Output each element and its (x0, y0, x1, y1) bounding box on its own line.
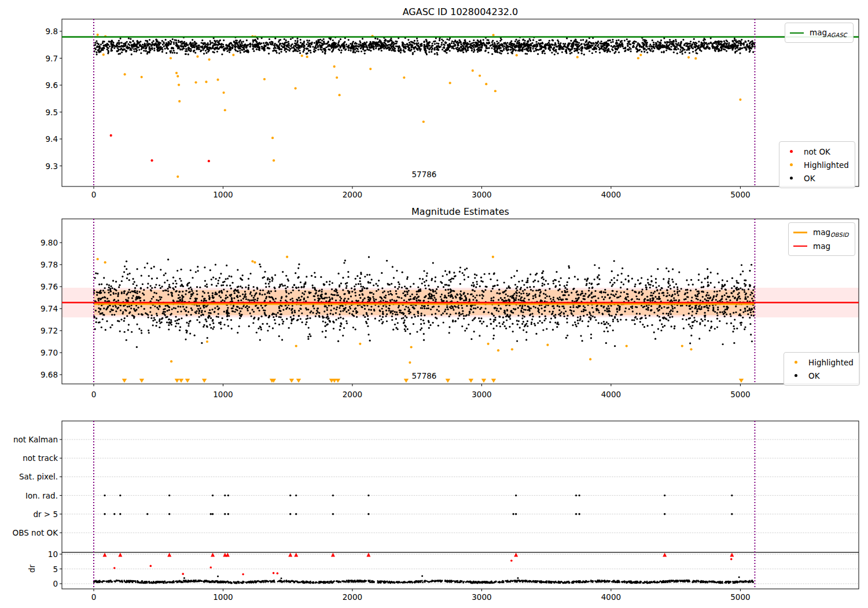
category-tick-label: OBS not OK (5, 528, 58, 538)
legend-row-ok2: OK (789, 369, 854, 382)
x-tick-label: 1000 (200, 389, 246, 400)
x-tick-label: 5000 (717, 189, 763, 200)
highlighted2-dot-swatch (789, 361, 803, 364)
panel2-line-legend: magOBSID mag (788, 222, 855, 256)
legend-row-mag: mag (793, 239, 849, 252)
category-tick-label: dr > 5 (5, 509, 58, 519)
x-tick-label: 4000 (588, 592, 634, 602)
x-tick-label: 5000 (717, 389, 763, 400)
legend-label-highlighted: Highlighted (804, 160, 849, 170)
legend-label-highlighted2: Highlighted (808, 358, 854, 367)
panel1-line-legend: magAGASC (785, 23, 854, 43)
y-tick-label: 9.80 (16, 237, 58, 248)
x-tick-label: 4000 (588, 389, 634, 400)
mag-line-swatch (793, 246, 807, 247)
legend-label-mag-obsid: magOBSID (813, 228, 849, 238)
x-tick-label: 2000 (329, 592, 376, 602)
legend-label-mag: mag (813, 241, 830, 251)
mag-obsid-line-swatch (793, 232, 807, 233)
y-tick-label: 9.7 (16, 53, 58, 64)
legend-row-highlighted: Highlighted (784, 158, 849, 171)
legend-row-mag-agasc: magAGASC (790, 26, 847, 39)
legend-row-mag-obsid: magOBSID (793, 226, 849, 239)
panel1-title: AGASC ID 1028004232.0 (62, 6, 859, 17)
y-tick-label: 9.76 (16, 281, 58, 292)
category-tick-label: Sat. pixel. (5, 471, 58, 482)
panel1-obsid-annotation: 57786 (398, 170, 450, 179)
x-tick-label: 3000 (458, 389, 505, 400)
x-tick-label: 2000 (329, 389, 376, 400)
panel2-obsid-annotation: 57786 (398, 371, 450, 380)
x-tick-label: 0 (71, 592, 117, 602)
chart-plot-area (0, 0, 868, 608)
y-tick-label: 9.70 (16, 347, 58, 358)
dr-tick-label: 10 (5, 549, 58, 559)
y-tick-label: 9.6 (16, 80, 58, 90)
panel1-points-legend: not OK Highlighted OK (779, 141, 855, 188)
not-ok-dot-swatch (784, 150, 798, 153)
mag-agasc-line-swatch (790, 32, 804, 34)
panel2-title: Magnitude Estimates (62, 206, 859, 217)
dr-tick-label: 5 (5, 564, 58, 574)
y-tick-label: 9.5 (16, 107, 58, 118)
x-tick-label: 1000 (200, 189, 246, 200)
legend-label-ok2: OK (808, 371, 819, 380)
x-tick-label: 2000 (329, 189, 376, 200)
legend-label-ok: OK (804, 174, 815, 183)
x-tick-label: 0 (71, 189, 117, 200)
legend-label-not-ok: not OK (804, 147, 830, 156)
x-tick-label: 1000 (200, 592, 246, 602)
x-tick-label: 4000 (588, 189, 634, 200)
y-tick-label: 9.78 (16, 259, 58, 270)
x-tick-label: 5000 (717, 592, 763, 602)
legend-row-ok: OK (784, 171, 849, 185)
category-tick-label: Ion. rad. (5, 490, 58, 501)
figure-canvas: AGASC ID 1028004232.0 Magnitude Estimate… (0, 0, 868, 608)
category-tick-label: not Kalman (5, 434, 58, 445)
x-tick-label: 0 (71, 389, 117, 400)
panel2-points-legend: Highlighted OK (784, 352, 860, 386)
category-tick-label: not track (5, 453, 58, 463)
ok2-dot-swatch (789, 374, 803, 377)
y-tick-label: 9.74 (16, 303, 58, 314)
y-tick-label: 9.4 (16, 134, 58, 144)
highlighted-dot-swatch (784, 163, 798, 166)
legend-row-not-ok: not OK (784, 145, 849, 158)
x-tick-label: 3000 (458, 592, 505, 602)
y-tick-label: 9.3 (16, 161, 58, 171)
legend-row-highlighted2: Highlighted (789, 356, 854, 369)
dr-tick-label: 0 (5, 578, 58, 589)
ok-dot-swatch (784, 177, 798, 180)
legend-label-mag-agasc: magAGASC (810, 28, 847, 38)
y-tick-label: 9.72 (16, 325, 58, 336)
x-tick-label: 3000 (458, 189, 505, 200)
y-tick-label: 9.8 (16, 26, 58, 36)
y-tick-label: 9.68 (16, 369, 58, 380)
